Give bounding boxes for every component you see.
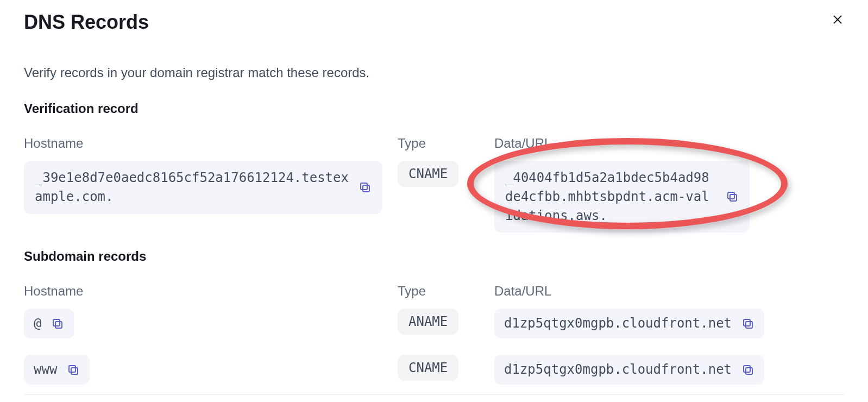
- verification-type-badge: CNAME: [398, 161, 458, 187]
- verification-data-pill: _40404fb1d5a2a1bdec5b4ad98de4cfbb.mhbtsb…: [494, 161, 750, 233]
- copy-icon: [741, 317, 754, 330]
- svg-rect-13: [744, 366, 750, 372]
- svg-rect-8: [746, 322, 752, 328]
- verification-section-heading: Verification record: [24, 101, 844, 116]
- svg-rect-11: [69, 366, 76, 372]
- svg-rect-7: [53, 319, 60, 326]
- copy-icon: [726, 190, 739, 203]
- copy-data-button[interactable]: [741, 317, 754, 330]
- copy-hostname-button[interactable]: [67, 363, 80, 376]
- subdomain-type-badge: ANAME: [398, 309, 458, 335]
- svg-rect-5: [728, 192, 734, 199]
- subdomain-hostname-pill: www: [24, 355, 90, 385]
- close-button[interactable]: [831, 13, 844, 26]
- subdomain-record-row: www CNAME d1zp5qtgx0mgpb.cloudfront.net: [24, 355, 844, 385]
- copy-icon: [51, 317, 64, 330]
- subdomain-hostname-value: www: [34, 360, 57, 379]
- subdomain-data-pill: d1zp5qtgx0mgpb.cloudfront.net: [494, 355, 764, 385]
- column-type-label: Type: [398, 136, 479, 151]
- copy-data-button[interactable]: [726, 190, 739, 203]
- subdomain-record-row: @ ANAME d1zp5qtgx0mgpb.cloudfront.net: [24, 309, 844, 338]
- verification-data-value: _40404fb1d5a2a1bdec5b4ad98de4cfbb.mhbtsb…: [505, 168, 716, 225]
- column-hostname-label: Hostname: [24, 284, 393, 299]
- copy-icon: [358, 181, 372, 194]
- subdomain-section-heading: Subdomain records: [24, 249, 844, 264]
- column-hostname-label: Hostname: [24, 136, 393, 151]
- verification-record-row: _39e1e8d7e0aedc8165cf52a176612124.testex…: [24, 161, 844, 233]
- svg-rect-10: [71, 368, 78, 374]
- column-data-label: Data/URL: [494, 284, 844, 299]
- subdomain-hostname-value: @: [34, 314, 41, 333]
- copy-icon: [741, 363, 754, 376]
- svg-rect-6: [55, 322, 62, 328]
- page-subtitle: Verify records in your domain registrar …: [24, 65, 844, 80]
- copy-icon: [67, 363, 80, 376]
- subdomain-hostname-pill: @: [24, 309, 74, 338]
- svg-rect-12: [746, 368, 752, 374]
- page-title: DNS Records: [24, 11, 844, 34]
- column-type-label: Type: [398, 284, 479, 299]
- subdomain-header-row: Hostname Type Data/URL: [24, 284, 844, 299]
- subdomain-data-pill: d1zp5qtgx0mgpb.cloudfront.net: [494, 309, 764, 338]
- copy-hostname-button[interactable]: [51, 317, 64, 330]
- svg-rect-2: [363, 185, 369, 192]
- divider: [24, 394, 844, 395]
- subdomain-data-value: d1zp5qtgx0mgpb.cloudfront.net: [504, 360, 732, 379]
- subdomain-type-badge: CNAME: [398, 355, 458, 381]
- verification-hostname-value: _39e1e8d7e0aedc8165cf52a176612124.testex…: [35, 168, 349, 206]
- svg-rect-3: [361, 183, 367, 190]
- dns-records-panel: DNS Records Verify records in your domai…: [0, 0, 868, 395]
- verification-header-row: Hostname Type Data/URL: [24, 136, 844, 151]
- copy-hostname-button[interactable]: [358, 181, 372, 194]
- subdomain-data-value: d1zp5qtgx0mgpb.cloudfront.net: [504, 314, 732, 333]
- svg-rect-4: [730, 194, 737, 201]
- close-icon: [832, 14, 843, 25]
- column-data-label: Data/URL: [494, 136, 844, 151]
- copy-data-button[interactable]: [741, 363, 754, 376]
- svg-rect-9: [744, 319, 750, 326]
- verification-hostname-pill: _39e1e8d7e0aedc8165cf52a176612124.testex…: [24, 161, 382, 214]
